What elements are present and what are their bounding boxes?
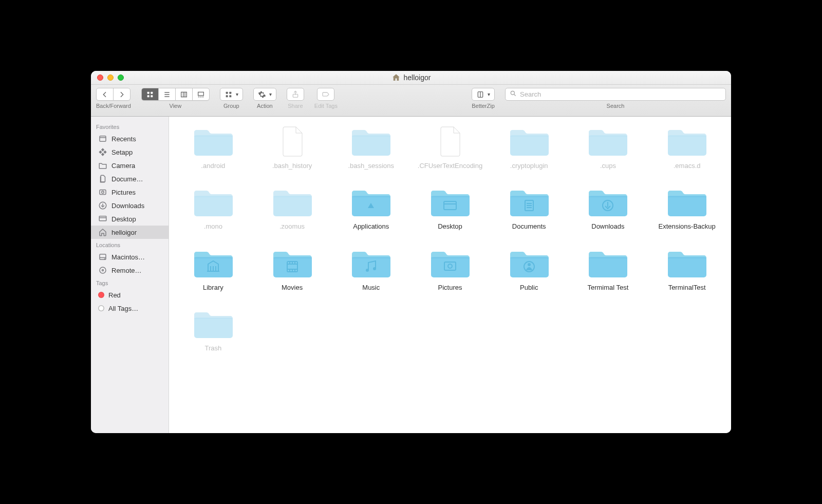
- search-group: Search: [505, 88, 726, 109]
- file-item-label: .CFUserTextEncoding: [418, 162, 482, 170]
- sidebar-item-label: Recents: [111, 135, 136, 143]
- file-item-label: .emacs.d: [674, 162, 701, 170]
- forward-button[interactable]: [114, 88, 130, 100]
- recents-icon: [98, 134, 107, 143]
- sidebar-section-locations: Locations: [91, 239, 169, 250]
- content-area[interactable]: .android .bash_history .bash_sessions .C…: [169, 117, 731, 433]
- file-item[interactable]: .CFUserTextEncoding: [412, 124, 488, 170]
- file-item[interactable]: Termimal Test: [570, 246, 646, 292]
- action-button[interactable]: ▾: [253, 88, 276, 101]
- svg-point-55: [370, 207, 372, 208]
- sidebar-item-recents[interactable]: Recents: [91, 132, 169, 145]
- file-item-label: Music: [362, 284, 380, 292]
- search-field[interactable]: [505, 88, 726, 101]
- view-list-button[interactable]: [159, 88, 176, 100]
- sidebar-item-camera[interactable]: Camera: [91, 159, 169, 172]
- sidebar-item-macintos-[interactable]: Macintos…: [91, 250, 169, 264]
- svg-rect-69: [668, 196, 706, 216]
- action-label: Action: [257, 103, 273, 109]
- svg-rect-25: [101, 148, 104, 151]
- svg-point-99: [528, 263, 531, 266]
- file-item[interactable]: TerminalTest: [649, 246, 725, 292]
- finder-window: helloigor Back/Forward: [91, 71, 731, 433]
- zoom-window-button[interactable]: [118, 74, 124, 81]
- svg-point-38: [102, 270, 104, 271]
- file-item-label: Movies: [282, 284, 303, 292]
- file-item[interactable]: Pictures: [412, 246, 488, 292]
- file-item-label: Trash: [204, 344, 221, 352]
- pictures-icon: [98, 188, 107, 197]
- sidebar-item-desktop[interactable]: Desktop: [91, 212, 169, 226]
- file-item-label: TerminalTest: [668, 284, 706, 292]
- file-item[interactable]: Public: [491, 246, 567, 292]
- file-item[interactable]: Documents: [491, 184, 567, 231]
- view-columns-button[interactable]: [176, 88, 193, 100]
- file-icon: [270, 124, 314, 159]
- file-item[interactable]: Downloads: [570, 184, 646, 231]
- share-button[interactable]: [287, 88, 304, 101]
- folder-icon: [270, 184, 314, 219]
- minimize-window-button[interactable]: [107, 74, 114, 81]
- search-input[interactable]: [520, 90, 721, 98]
- edit-tags-group: Edit Tags: [314, 88, 338, 109]
- sidebar-item-label: Setapp: [111, 148, 133, 156]
- svg-rect-27: [103, 151, 106, 154]
- svg-rect-56: [431, 196, 470, 216]
- file-item-label: .bash_history: [272, 162, 312, 170]
- sidebar-item-helloigor[interactable]: helloigor: [91, 226, 169, 239]
- file-item[interactable]: Desktop: [412, 184, 488, 231]
- svg-rect-43: [510, 135, 549, 156]
- betterzip-button[interactable]: ▾: [472, 88, 495, 101]
- svg-rect-104: [194, 318, 233, 338]
- edit-tags-button[interactable]: [317, 88, 334, 101]
- file-item[interactable]: Library: [175, 246, 251, 292]
- file-item[interactable]: .zoomus: [254, 184, 330, 231]
- desktop-icon: [98, 214, 107, 223]
- svg-rect-77: [273, 257, 312, 277]
- sidebar-item-remote-[interactable]: Remote…: [91, 264, 169, 277]
- folder-icon: [270, 246, 314, 281]
- file-item[interactable]: Movies: [254, 246, 330, 292]
- file-item[interactable]: .mono: [175, 184, 251, 231]
- svg-rect-15: [229, 91, 231, 94]
- sidebar-item-all-tags-[interactable]: All Tags…: [91, 302, 169, 315]
- sidebar-item-downloads[interactable]: Downloads: [91, 199, 169, 212]
- view-gallery-button[interactable]: [193, 88, 209, 100]
- folder-icon: [98, 161, 107, 170]
- file-item[interactable]: .emacs.d: [649, 124, 725, 170]
- file-item-label: Public: [520, 284, 538, 292]
- sidebar-item-red[interactable]: Red: [91, 288, 169, 302]
- sidebar: Favorites RecentsSetappCameraDocume…Pict…: [91, 117, 169, 433]
- folder-icon: [665, 246, 709, 281]
- sidebar-item-setapp[interactable]: Setapp: [91, 145, 169, 159]
- sidebar-item-docume-[interactable]: Docume…: [91, 172, 169, 185]
- file-item[interactable]: .cups: [570, 124, 646, 170]
- svg-rect-88: [352, 257, 390, 277]
- downloads-icon: [98, 201, 107, 210]
- close-window-button[interactable]: [97, 74, 103, 81]
- file-item[interactable]: .bash_history: [254, 124, 330, 170]
- file-item-label: Applications: [353, 222, 389, 231]
- back-button[interactable]: [97, 88, 114, 100]
- sidebar-item-pictures[interactable]: Pictures: [91, 185, 169, 199]
- file-item[interactable]: Trash: [175, 306, 251, 352]
- file-item[interactable]: .cryptoplugin: [491, 124, 567, 170]
- file-item[interactable]: .bash_sessions: [333, 124, 409, 170]
- file-item-label: Downloads: [591, 222, 624, 231]
- svg-rect-29: [100, 190, 106, 195]
- sidebar-item-label: Camera: [111, 162, 135, 170]
- file-item[interactable]: Extensions-Backup: [649, 184, 725, 231]
- icon-grid: .android .bash_history .bash_sessions .C…: [175, 124, 725, 352]
- betterzip-label: BetterZip: [472, 103, 495, 109]
- svg-rect-92: [431, 257, 470, 277]
- group-button[interactable]: ▾: [220, 88, 243, 101]
- folder-icon: [665, 184, 709, 219]
- file-item[interactable]: Music: [333, 246, 409, 292]
- file-item[interactable]: .android: [175, 124, 251, 170]
- file-item[interactable]: Applications: [333, 184, 409, 231]
- view-icon-button[interactable]: [142, 88, 159, 100]
- edit-tags-label: Edit Tags: [314, 103, 338, 109]
- folder-icon: [586, 184, 630, 219]
- folder-icon: [507, 124, 551, 159]
- group-group: ▾ Group: [220, 88, 243, 109]
